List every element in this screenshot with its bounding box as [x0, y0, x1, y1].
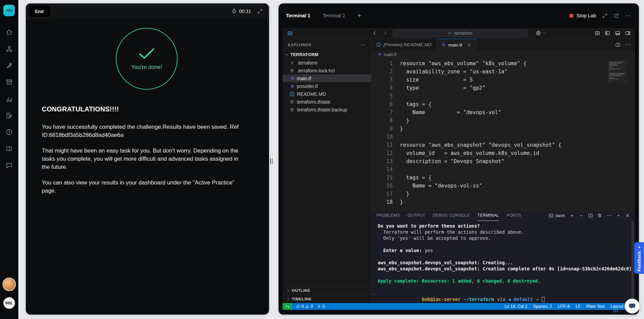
terraform-file-icon [441, 42, 446, 48]
kodekloud-logo[interactable]: </> [3, 5, 15, 16]
expand-icon[interactable] [602, 13, 608, 19]
search-input[interactable]: terraform [393, 30, 527, 37]
code-line: resource "aws_ebs_volume" "k8s_volume" { [400, 59, 561, 68]
add-terminal-button[interactable]: + [357, 12, 361, 20]
line-number: 5 [372, 92, 393, 100]
vscode-window: terraform EXPLORER ⋯ [283, 28, 635, 310]
status-item[interactable]: LF [576, 304, 581, 309]
rocket-icon[interactable] [5, 62, 13, 69]
feedback-button[interactable]: Feedback [634, 242, 644, 274]
file-row[interactable]: .terraform.lock.hcl [283, 67, 371, 74]
ports-indicator[interactable]: 0 [317, 304, 325, 309]
user-avatar[interactable] [2, 278, 16, 291]
split-icon[interactable] [588, 213, 593, 218]
breadcrumb[interactable]: main.tf [372, 51, 635, 58]
minimap[interactable] [608, 60, 627, 83]
editor-tabbar: [Preview] README.MDmain.tf ⋯ [372, 39, 635, 51]
user-badge[interactable]: RBL [3, 297, 15, 309]
shell-selector[interactable]: bash [549, 213, 565, 218]
line-number: 15 [372, 174, 393, 182]
back-arrow-icon[interactable] [372, 30, 377, 36]
split-icon[interactable] [615, 42, 621, 48]
file-row[interactable]: provider.tf [283, 82, 371, 90]
plus-icon[interactable] [570, 213, 575, 218]
close-icon[interactable] [625, 213, 630, 218]
panel-tab-problems[interactable]: PROBLEMS [376, 210, 400, 221]
explorer-section-outline[interactable]: OUTLINE [283, 286, 371, 295]
line-number: 10 [372, 133, 393, 141]
status-item[interactable]: Ln 18, Col 2 [504, 304, 527, 309]
chat-icon[interactable] [5, 162, 13, 169]
panel-tab-ports[interactable]: PORTS [506, 210, 521, 221]
terminal-tab[interactable]: Terminal 1 [286, 13, 310, 18]
status-item[interactable]: UTF-8 [558, 304, 570, 309]
sidebar-right-icon[interactable] [625, 30, 631, 36]
code-line: Name = "devops-vol" [400, 108, 561, 117]
workflow-icon[interactable] [5, 45, 13, 53]
status-item[interactable]: Spaces: 2 [533, 304, 552, 309]
ellipsis-icon[interactable]: ⋯ [625, 13, 631, 19]
terminal-scrollbar[interactable] [631, 221, 634, 303]
code-line: size = 5 [400, 76, 561, 84]
code-line: description = "Devops Snapshot" [400, 157, 561, 165]
check-icon [139, 48, 155, 60]
problems-indicator[interactable]: 0 0 [296, 304, 313, 309]
external-icon[interactable] [613, 13, 619, 19]
chat-widget-button[interactable] [625, 299, 640, 314]
file-row[interactable]: .terraform [283, 59, 371, 67]
terminal-line [378, 253, 635, 260]
file-row[interactable]: README.MD [283, 90, 371, 98]
terminal-output[interactable]: Do you want to perform these actions? Te… [372, 221, 635, 303]
file-name: terraform.tfstate [297, 99, 330, 105]
minimap-line [609, 81, 609, 82]
code-editor[interactable]: 123456789101112131415161718 resource "aw… [372, 58, 635, 210]
code-line: availability_zone = "us-east-1a" [400, 68, 561, 76]
editor-tab[interactable]: [Preview] README.MD [372, 39, 436, 51]
forward-arrow-icon[interactable] [382, 30, 388, 36]
explorer-sections: OUTLINETIMELINE [283, 286, 371, 303]
terminal-panel-header: Terminal 1Terminal 2 + Stop Lab ⋯ [279, 3, 639, 28]
chevron-up-icon[interactable] [616, 213, 621, 218]
editor-tab[interactable]: main.tf [436, 39, 477, 51]
sidebar-left-icon[interactable] [605, 30, 610, 36]
chevron-down-icon[interactable] [579, 213, 584, 218]
code-line: } [400, 198, 561, 206]
panel-tab-output[interactable]: OUTPUT [408, 210, 425, 221]
minimap-line [609, 65, 619, 66]
panel-resize-handle[interactable] [270, 158, 273, 164]
info-icon[interactable] [5, 128, 13, 136]
expand-icon[interactable] [257, 8, 263, 14]
home-icon[interactable] [5, 29, 13, 36]
explorer-section-timeline[interactable]: TIMELINE [283, 295, 371, 303]
panel-bottom-icon[interactable] [615, 30, 621, 36]
panel-tab-debug-console[interactable]: DEBUG CONSOLE [433, 210, 470, 221]
docs-icon[interactable] [5, 145, 13, 153]
profile-menu[interactable] [535, 30, 546, 36]
menu-icon[interactable] [287, 30, 293, 37]
stop-lab-button[interactable]: Stop Lab [570, 13, 596, 18]
layout-grid-icon[interactable] [594, 30, 600, 36]
file-row[interactable]: terraform.tfstate [283, 98, 371, 106]
stats-icon[interactable] [5, 95, 13, 103]
practice-icon[interactable] [5, 112, 13, 119]
close-icon[interactable] [467, 42, 471, 47]
tab-end[interactable]: End [29, 6, 50, 17]
drag-handle-dots[interactable] [613, 309, 619, 313]
explorer-root-folder[interactable]: TERRAFORM [283, 51, 371, 59]
status-item[interactable]: Plain Text [586, 304, 605, 309]
ellipsis-icon[interactable]: ⋯ [625, 42, 630, 48]
terminal-tab[interactable]: Terminal 2 [322, 13, 345, 18]
panel-tab-terminal[interactable]: TERMINAL [478, 210, 499, 221]
line-number: 1 [372, 59, 393, 68]
file-name: .terraform [297, 60, 318, 66]
ellipsis-icon[interactable]: ⋯ [606, 213, 612, 218]
terminal-prompt[interactable]: ○bob@iac-server~/terraformvia◆default→ [378, 290, 635, 296]
file-row[interactable]: terraform.tfstate.backup [283, 106, 371, 113]
trash-icon[interactable] [597, 213, 602, 218]
code-line: type = "gp2" [400, 84, 561, 92]
line-number: 18 [372, 198, 393, 206]
remote-indicator[interactable] [283, 303, 292, 310]
file-row[interactable]: main.tf [283, 74, 371, 82]
more-actions-icon[interactable]: ⋯ [360, 42, 366, 48]
server-icon[interactable] [5, 78, 13, 86]
